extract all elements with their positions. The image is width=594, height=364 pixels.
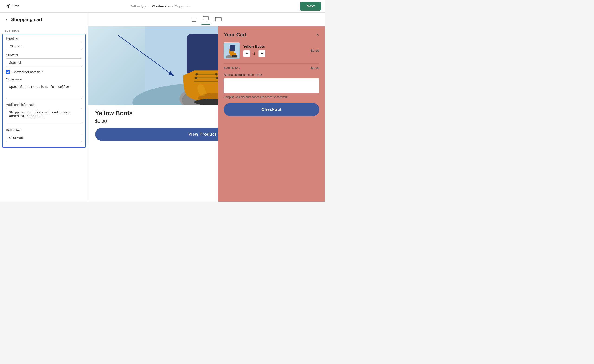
tablet-icon [191, 17, 196, 22]
cart-close-button[interactable]: × [316, 32, 319, 37]
special-instructions-label: Special instructions for seller [224, 73, 319, 77]
sidebar-back-button[interactable]: ‹ [5, 17, 9, 22]
cart-item-name: Yellow Boots [243, 44, 307, 48]
svg-rect-4 [203, 16, 208, 20]
heading-label: Heading [6, 37, 82, 40]
order-note-label: Order note [6, 77, 82, 81]
qty-value: 1 [252, 52, 257, 55]
order-note-input[interactable]: Special instructions for seller [6, 83, 82, 99]
qty-increase-button[interactable]: + [258, 50, 265, 57]
settings-section: Heading Subtotal Show order note field O… [2, 34, 86, 148]
qty-control: − 1 + [243, 50, 307, 57]
svg-point-21 [216, 77, 218, 79]
desktop-device-button[interactable] [201, 15, 210, 25]
additional-info-input[interactable]: Shipping and discount codes are added at… [6, 108, 82, 124]
cart-panel-header: Your Cart × [224, 32, 319, 38]
exit-label: Exit [13, 4, 19, 8]
desktop-icon [203, 16, 209, 21]
order-note-field-group: Order note Special instructions for sell… [6, 77, 82, 100]
preview-area: Yellow Boots $0.00 View Product Det Your… [88, 13, 325, 202]
show-order-note-label: Show order note field [13, 70, 43, 74]
exit-button[interactable]: Exit [4, 3, 21, 10]
subtotal-label: SUBTOTAL [224, 66, 240, 70]
button-text-field-group: Button text [6, 128, 82, 142]
checkout-button[interactable]: Checkout [224, 103, 319, 116]
breadcrumb-step1: Button type [130, 4, 147, 8]
heading-input[interactable] [6, 42, 82, 50]
button-text-input[interactable] [6, 133, 82, 142]
wide-device-button[interactable] [213, 15, 223, 24]
button-text-label: Button text [6, 128, 82, 132]
subtotal-row: SUBTOTAL $0.00 [224, 63, 319, 70]
sidebar: ‹ Shopping cart SETTINGS Heading Subtota… [0, 13, 88, 202]
exit-icon [6, 4, 11, 9]
tablet-device-button[interactable] [189, 15, 198, 24]
svg-point-26 [232, 55, 237, 57]
cart-item-details: Yellow Boots − 1 + [243, 44, 307, 57]
breadcrumb-sep1: › [149, 4, 150, 8]
svg-rect-5 [215, 17, 221, 21]
main-layout: ‹ Shopping cart SETTINGS Heading Subtota… [0, 13, 325, 202]
cart-item-thumbnail [224, 42, 240, 59]
breadcrumb-sep2: › [172, 4, 173, 8]
cart-panel: Your Cart × [218, 26, 325, 202]
additional-info-label: Additional information [6, 103, 82, 107]
breadcrumb-step2: Customize [152, 4, 170, 8]
discount-note: Shipping and discount codes are added at… [224, 96, 319, 99]
show-order-note-row: Show order note field [6, 70, 82, 74]
sidebar-title: Shopping cart [11, 17, 42, 22]
special-instructions-input[interactable] [224, 78, 319, 93]
subtotal-value: $0.00 [310, 66, 319, 70]
cart-item-price: $0.00 [310, 49, 319, 53]
preview-toolbar [88, 13, 325, 26]
breadcrumb-step3: Copy code [175, 4, 191, 8]
breadcrumb: Button type › Customize › Copy code [130, 4, 191, 8]
subtotal-field-group: Subtotal [6, 53, 82, 67]
cart-item-row: Yellow Boots − 1 + $0.00 [224, 42, 319, 59]
additional-info-field-group: Additional information Shipping and disc… [6, 103, 82, 125]
svg-rect-25 [230, 45, 235, 52]
cart-item-image [224, 43, 239, 58]
wide-icon [215, 17, 222, 22]
top-nav: Exit Button type › Customize › Copy code… [0, 0, 325, 13]
show-order-note-checkbox[interactable] [6, 70, 10, 74]
svg-point-20 [195, 77, 197, 79]
cart-panel-title: Your Cart [224, 32, 247, 38]
svg-point-18 [195, 73, 198, 76]
svg-point-3 [194, 21, 194, 21]
heading-field-group: Heading [6, 37, 82, 50]
settings-label: SETTINGS [0, 26, 88, 34]
subtotal-input[interactable] [6, 59, 82, 67]
subtotal-label: Subtotal [6, 53, 82, 57]
qty-decrease-button[interactable]: − [243, 50, 250, 57]
next-button[interactable]: Next [300, 2, 321, 11]
preview-content: Yellow Boots $0.00 View Product Det Your… [88, 26, 325, 202]
svg-point-19 [215, 73, 218, 76]
sidebar-header: ‹ Shopping cart [0, 13, 88, 26]
